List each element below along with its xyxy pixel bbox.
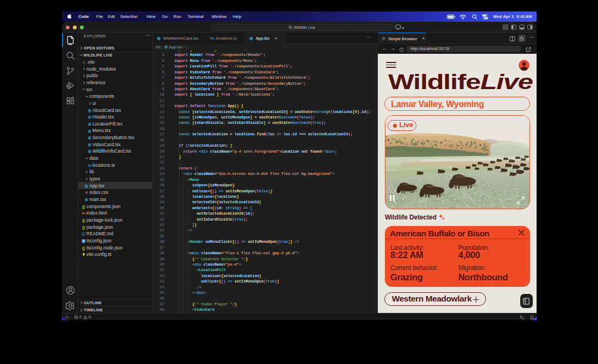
svg-text:T: T: [83, 240, 84, 243]
